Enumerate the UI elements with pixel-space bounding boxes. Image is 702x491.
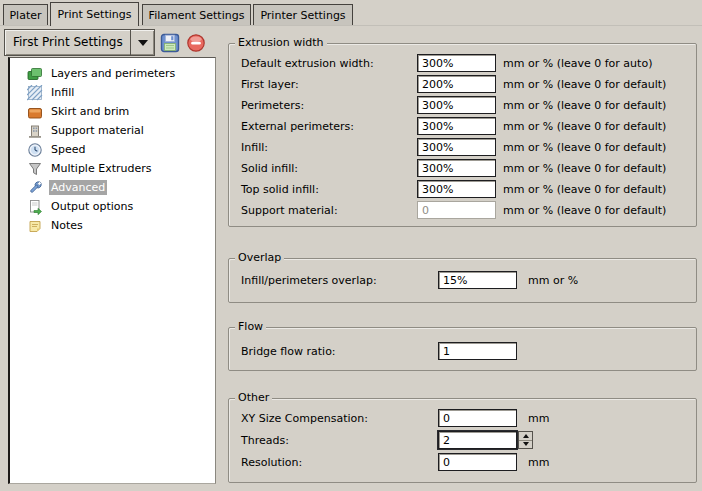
setting-label: Infill/perimeters overlap: bbox=[241, 271, 377, 290]
setting-label: Threads: bbox=[241, 431, 289, 450]
sidebar-item-label: Support material bbox=[49, 123, 146, 138]
setting-unit-note: mm or % (leave 0 for default) bbox=[503, 117, 666, 136]
sidebar-item-advanced[interactable]: Advanced bbox=[10, 178, 215, 197]
group-title: Overlap bbox=[235, 251, 284, 264]
setting-label: XY Size Compensation: bbox=[241, 409, 368, 428]
setting-row: Default extrusion width:mm or % (leave 0… bbox=[229, 54, 696, 73]
input-resolution[interactable] bbox=[438, 453, 517, 471]
preset-dropdown-button[interactable] bbox=[130, 30, 154, 55]
tab-plater[interactable]: Plater bbox=[3, 4, 48, 25]
output-icon bbox=[27, 199, 43, 215]
input-infill[interactable] bbox=[417, 138, 496, 156]
input-bridge-flow-ratio[interactable] bbox=[438, 342, 517, 360]
setting-row: External perimeters:mm or % (leave 0 for… bbox=[229, 117, 696, 136]
sidebar-item-support-material[interactable]: Support material bbox=[10, 121, 215, 140]
tab-printer-settings[interactable]: Printer Settings bbox=[253, 4, 353, 25]
setting-row: Bridge flow ratio: bbox=[229, 342, 696, 361]
spin-up-icon bbox=[523, 434, 529, 438]
setting-unit-note: mm or % (leave 0 for default) bbox=[503, 138, 666, 157]
sidebar-item-notes[interactable]: Notes bbox=[10, 216, 215, 235]
setting-label: Infill: bbox=[241, 138, 268, 157]
setting-row: Infill:mm or % (leave 0 for default) bbox=[229, 138, 696, 157]
setting-label: Bridge flow ratio: bbox=[241, 342, 336, 361]
delete-icon bbox=[186, 33, 206, 53]
sidebar-item-label: Skirt and brim bbox=[49, 104, 131, 119]
settings-tree: Layers and perimeters Infill Skirt and b… bbox=[8, 57, 216, 484]
sidebar-item-label: Speed bbox=[49, 142, 87, 157]
sidebar-item-label: Layers and perimeters bbox=[49, 66, 177, 81]
group-title: Flow bbox=[235, 320, 266, 333]
setting-row: Top solid infill:mm or % (leave 0 for de… bbox=[229, 180, 696, 199]
setting-unit-note: mm bbox=[528, 453, 549, 472]
setting-unit-note: mm or % bbox=[528, 271, 578, 290]
sidebar-item-output-options[interactable]: Output options bbox=[10, 197, 215, 216]
group-extrusion-width: Extrusion widthDefault extrusion width:m… bbox=[228, 43, 697, 227]
input-first-layer[interactable] bbox=[417, 75, 496, 93]
setting-row: Infill/perimeters overlap:mm or % bbox=[229, 271, 696, 290]
sidebar-item-speed[interactable]: Speed bbox=[10, 140, 215, 159]
sidebar-item-label: Infill bbox=[49, 85, 76, 100]
infill-icon bbox=[27, 85, 43, 101]
notes-icon bbox=[27, 218, 43, 234]
save-preset-button[interactable] bbox=[160, 33, 180, 53]
group-flow: FlowBridge flow ratio: bbox=[228, 327, 697, 371]
wrench-icon bbox=[27, 180, 43, 196]
support-icon bbox=[27, 123, 43, 139]
setting-row: XY Size Compensation:mm bbox=[229, 409, 696, 428]
sidebar-item-infill[interactable]: Infill bbox=[10, 83, 215, 102]
setting-label: External perimeters: bbox=[241, 117, 354, 136]
input-xy-size-compensation[interactable] bbox=[438, 409, 517, 427]
group-title: Other bbox=[235, 391, 272, 404]
tab-label: Filament Settings bbox=[149, 9, 245, 22]
setting-row: Support material:mm or % (leave 0 for de… bbox=[229, 201, 696, 220]
setting-label: Resolution: bbox=[241, 453, 302, 472]
threads-spinner bbox=[518, 431, 533, 449]
setting-label: Support material: bbox=[241, 201, 338, 220]
delete-preset-button[interactable] bbox=[186, 33, 206, 53]
spin-up-button[interactable] bbox=[519, 432, 532, 441]
setting-row: First layer:mm or % (leave 0 for default… bbox=[229, 75, 696, 94]
setting-label: Perimeters: bbox=[241, 96, 304, 115]
preset-select[interactable]: First Print Settings bbox=[4, 29, 155, 56]
sidebar-item-skirt-and-brim[interactable]: Skirt and brim bbox=[10, 102, 215, 121]
setting-label: Top solid infill: bbox=[241, 180, 319, 199]
input-top-solid-infill[interactable] bbox=[417, 180, 496, 198]
setting-unit-note: mm or % (leave 0 for default) bbox=[503, 96, 666, 115]
input-infill-perimeters-overlap[interactable] bbox=[438, 271, 517, 289]
spin-down-button[interactable] bbox=[519, 441, 532, 449]
group-overlap: OverlapInfill/perimeters overlap:mm or % bbox=[228, 258, 697, 303]
sidebar-item-multiple-extruders[interactable]: Multiple Extruders bbox=[10, 159, 215, 178]
tab-bar: PlaterPrint SettingsFilament SettingsPri… bbox=[0, 0, 702, 26]
tab-filament-settings[interactable]: Filament Settings bbox=[142, 4, 251, 25]
sidebar-item-label: Multiple Extruders bbox=[49, 161, 153, 176]
input-threads[interactable] bbox=[438, 431, 517, 449]
setting-label: Solid infill: bbox=[241, 159, 298, 178]
sidebar-item-label: Output options bbox=[49, 199, 135, 214]
setting-row: Solid infill:mm or % (leave 0 for defaul… bbox=[229, 159, 696, 178]
setting-unit-note: mm or % (leave 0 for default) bbox=[503, 201, 666, 220]
preset-select-value: First Print Settings bbox=[13, 30, 123, 55]
input-support-material bbox=[417, 201, 496, 219]
setting-unit-note: mm bbox=[528, 409, 549, 428]
setting-label: Default extrusion width: bbox=[241, 54, 374, 73]
tab-print-settings[interactable]: Print Settings bbox=[50, 2, 139, 26]
extruders-icon bbox=[27, 161, 43, 177]
input-external-perimeters[interactable] bbox=[417, 117, 496, 135]
setting-row: Threads: bbox=[229, 431, 696, 450]
sidebar-item-layers-and-perimeters[interactable]: Layers and perimeters bbox=[10, 64, 215, 83]
tab-label: Printer Settings bbox=[260, 9, 345, 22]
input-solid-infill[interactable] bbox=[417, 159, 496, 177]
sidebar-item-label: Notes bbox=[49, 218, 85, 233]
spin-down-icon bbox=[523, 442, 529, 446]
slic3r-window: PlaterPrint SettingsFilament SettingsPri… bbox=[0, 0, 702, 491]
setting-unit-note: mm or % (leave 0 for default) bbox=[503, 159, 666, 178]
layers-icon bbox=[27, 66, 43, 82]
input-perimeters[interactable] bbox=[417, 96, 496, 114]
sidebar-item-label: Advanced bbox=[49, 180, 107, 195]
setting-row: Perimeters:mm or % (leave 0 for default) bbox=[229, 96, 696, 115]
tab-label: Plater bbox=[9, 9, 41, 22]
setting-unit-note: mm or % (leave 0 for auto) bbox=[503, 54, 652, 73]
setting-unit-note: mm or % (leave 0 for default) bbox=[503, 180, 666, 199]
input-default-extrusion-width[interactable] bbox=[417, 54, 496, 72]
skirt-icon bbox=[27, 104, 43, 120]
